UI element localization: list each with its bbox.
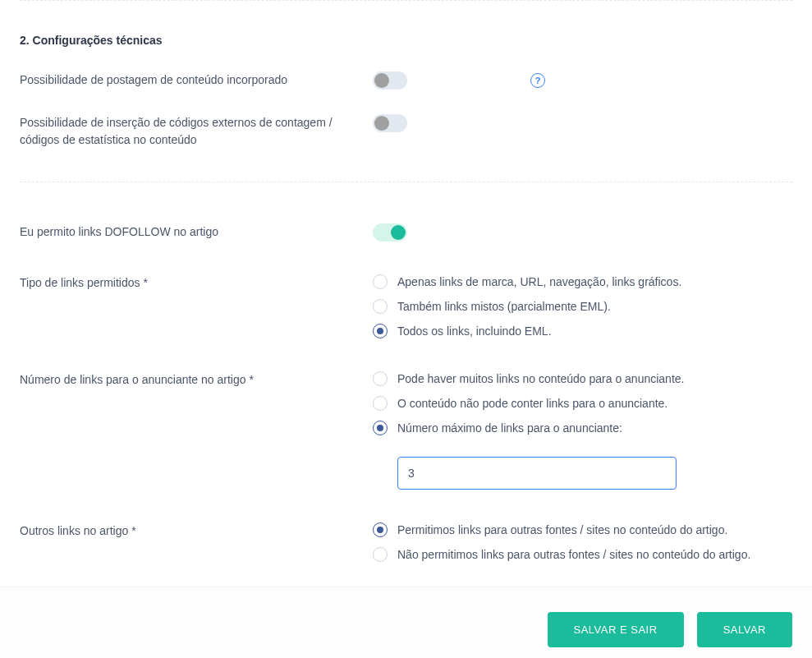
radio-link-types-1[interactable]: Também links mistos (parcialmente EML).	[373, 299, 681, 314]
radio-icon	[373, 299, 388, 314]
field-advertiser-links: Número de links para o anunciante no art…	[20, 371, 792, 490]
radio-icon	[373, 522, 388, 537]
field-link-types: Tipo de links permitidos * Apenas links …	[20, 274, 792, 338]
radio-link-types-0[interactable]: Apenas links de marca, URL, navegação, l…	[373, 274, 681, 289]
radio-icon	[373, 421, 388, 435]
radio-advertiser-links-0[interactable]: Pode haver muitos links no conteúdo para…	[373, 371, 684, 386]
toggle-knob	[374, 73, 389, 88]
radio-other-links-1[interactable]: Não permitimos links para outras fontes …	[373, 547, 750, 562]
radio-icon	[373, 396, 388, 411]
toggle-embedded-content[interactable]	[373, 71, 407, 90]
field-label: Número de links para o anunciante no art…	[20, 371, 373, 389]
field-other-links: Outros links no artigo * Permitimos link…	[20, 522, 792, 562]
divider	[20, 0, 792, 1]
field-label: Possibilidade de postagem de conteúdo in…	[20, 71, 373, 89]
radio-link-types-2[interactable]: Todos os links, incluindo EML.	[373, 324, 681, 338]
radio-label: Todos os links, incluindo EML.	[397, 324, 552, 338]
radio-group-advertiser-links: Pode haver muitos links no conteúdo para…	[373, 371, 684, 490]
toggle-external-codes[interactable]	[373, 114, 407, 132]
field-embedded-content: Possibilidade de postagem de conteúdo in…	[20, 71, 792, 90]
radio-label: O conteúdo não pode conter links para o …	[397, 397, 667, 410]
radio-icon	[373, 324, 388, 338]
radio-advertiser-links-2[interactable]: Número máximo de links para o anunciante…	[373, 421, 684, 435]
section-title: 2. Configurações técnicas	[20, 34, 792, 47]
field-dofollow: Eu permito links DOFOLLOW no artigo	[20, 223, 792, 242]
radio-label: Também links mistos (parcialmente EML).	[397, 300, 611, 313]
help-icon[interactable]: ?	[530, 73, 545, 88]
radio-label: Apenas links de marca, URL, navegação, l…	[397, 275, 681, 288]
radio-other-links-0[interactable]: Permitimos links para outras fontes / si…	[373, 522, 750, 537]
save-exit-button[interactable]: SALVAR E SAIR	[548, 612, 684, 647]
field-label: Eu permito links DOFOLLOW no artigo	[20, 223, 373, 241]
radio-icon	[373, 547, 388, 562]
radio-group-link-types: Apenas links de marca, URL, navegação, l…	[373, 274, 681, 338]
radio-icon	[373, 371, 388, 386]
radio-label: Número máximo de links para o anunciante…	[397, 421, 622, 435]
max-links-input[interactable]	[397, 457, 677, 490]
divider	[20, 182, 792, 182]
radio-advertiser-links-1[interactable]: O conteúdo não pode conter links para o …	[373, 396, 684, 411]
toggle-dofollow[interactable]	[373, 223, 407, 242]
field-external-codes: Possibilidade de inserção de códigos ext…	[20, 114, 792, 149]
save-button[interactable]: SALVAR	[697, 612, 792, 647]
field-label: Possibilidade de inserção de códigos ext…	[20, 114, 373, 149]
field-label: Tipo de links permitidos *	[20, 274, 373, 292]
radio-icon	[373, 274, 388, 289]
field-label: Outros links no artigo *	[20, 522, 373, 540]
radio-label: Pode haver muitos links no conteúdo para…	[397, 372, 684, 385]
radio-group-other-links: Permitimos links para outras fontes / si…	[373, 522, 750, 562]
toggle-knob	[374, 116, 389, 131]
toggle-knob	[391, 225, 406, 240]
radio-label: Permitimos links para outras fontes / si…	[397, 523, 727, 536]
footer: SALVAR E SAIR SALVAR	[0, 587, 812, 658]
radio-label: Não permitimos links para outras fontes …	[397, 548, 750, 561]
